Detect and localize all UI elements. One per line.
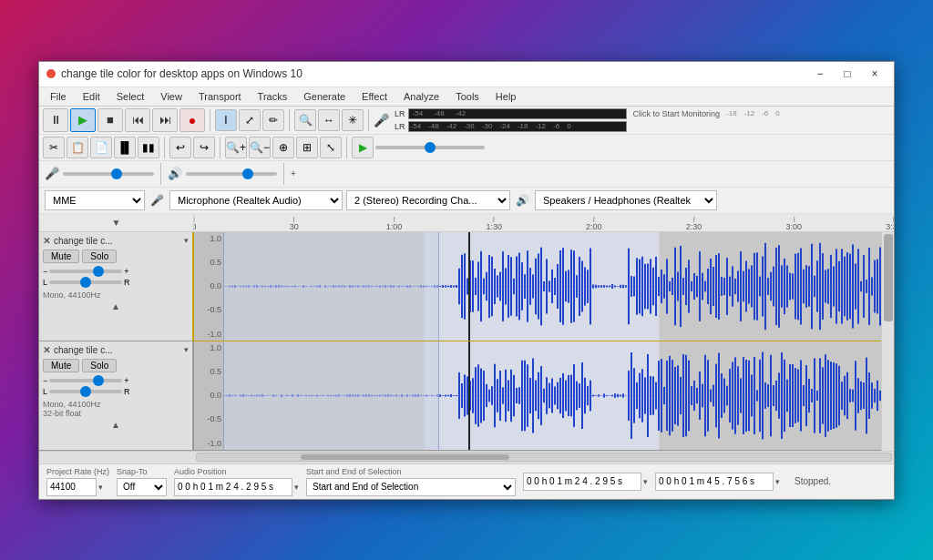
zoom-out-button[interactable]: 🔍− (249, 137, 271, 158)
h-scrollbar-track[interactable] (196, 453, 892, 462)
snap-to-label: Snap-To (117, 467, 167, 476)
h-scrollbar-thumb[interactable] (301, 454, 509, 460)
menu-tools[interactable]: Tools (448, 89, 487, 104)
track-2-gain-slider[interactable] (49, 379, 122, 382)
track-1-gain-plus: + (124, 267, 128, 276)
playback-volume-slider[interactable] (186, 172, 277, 176)
ruler-marker: 3:30 (886, 217, 894, 231)
menu-edit[interactable]: Edit (76, 89, 108, 104)
skip-fwd-button[interactable]: ⏭ (152, 108, 178, 132)
track-2-y-labels: 1.0 0.5 0.0 -0.5 -1.0 (194, 341, 223, 450)
track-2-solo[interactable]: Solo (82, 359, 117, 372)
ruler-spacer: ▼ (39, 214, 194, 231)
skip-back-button[interactable]: ⏮ (125, 108, 150, 132)
menu-help[interactable]: Help (488, 89, 524, 104)
track-1-close[interactable]: ✕ (43, 236, 50, 246)
undo-button[interactable]: ↩ (169, 137, 191, 158)
track-1-solo[interactable]: Solo (82, 249, 117, 263)
horizontal-scrollbar[interactable] (39, 451, 894, 463)
menu-effect[interactable]: Effect (354, 89, 395, 104)
track-2-close[interactable]: ✕ (43, 345, 50, 355)
audio-pos-input[interactable] (174, 478, 292, 496)
record-button[interactable]: ● (179, 108, 205, 132)
ruler-marker: 2:30 (686, 217, 702, 231)
track-1-pan-slider[interactable] (49, 280, 122, 284)
zoom-fit-button[interactable]: ⊞ (296, 137, 318, 158)
mic-gain-slider[interactable] (63, 172, 154, 176)
pause-button[interactable]: ⏸ (43, 108, 68, 132)
track-1-mute[interactable]: Mute (43, 249, 79, 263)
sel-start-arrow[interactable]: ▾ (643, 477, 648, 486)
project-rate-label: Project Rate (Hz) (46, 467, 109, 476)
track-1-info: Mono, 44100Hz (43, 290, 189, 300)
project-rate-arrow[interactable]: ▾ (98, 483, 103, 492)
vertical-scrollbar[interactable] (881, 232, 894, 451)
selection-start-input[interactable] (523, 473, 641, 491)
redo-button[interactable]: ↪ (193, 137, 215, 158)
sel-end-arrow[interactable]: ▾ (775, 477, 780, 486)
sep-slider (160, 163, 161, 185)
menu-view[interactable]: View (153, 89, 190, 104)
title-bar: change tile color for desktop apps on Wi… (39, 62, 894, 87)
cut-button[interactable]: ✂ (43, 137, 65, 158)
close-button[interactable]: × (863, 65, 887, 83)
menu-transport[interactable]: Transport (191, 89, 249, 104)
track-1-buttons: Mute Solo (43, 249, 189, 263)
track-2-pan-row: L R (43, 387, 189, 396)
track-2-mute[interactable]: Mute (43, 359, 79, 372)
track-2-gain-minus: − (43, 376, 47, 385)
audio-pos-arrow[interactable]: ▾ (294, 483, 299, 492)
zoom-in-button[interactable]: 🔍+ (225, 137, 247, 158)
track-1-dropdown[interactable]: ▾ (184, 236, 189, 245)
track-1-collapse[interactable]: ▲ (43, 301, 189, 311)
paste-button[interactable]: 📄 (90, 137, 112, 158)
zoom-sel-button[interactable]: ⊕ (272, 137, 294, 158)
multi-tool[interactable]: ✳ (342, 109, 364, 131)
vol-label: + (291, 168, 296, 178)
vu-tick: -48 (434, 109, 445, 117)
draw-tool[interactable]: ✏ (262, 109, 284, 131)
select-tool[interactable]: I (215, 109, 237, 131)
menu-analyze[interactable]: Analyze (396, 89, 446, 104)
selection-type-select[interactable]: Start and End of Selection (306, 478, 516, 496)
timeline-ruler[interactable]: ▼ 0301:001:302:002:303:003:30 (39, 214, 894, 232)
play-at-speed-button[interactable]: ▶ (352, 137, 374, 158)
tracks-area-wrapper: ▼ 0301:001:302:002:303:003:30 ✕ change t… (39, 214, 894, 463)
track-2-waveform[interactable]: 1.0 0.5 0.0 -0.5 -1.0 (194, 341, 894, 450)
track-1-waveform[interactable]: 1.0 0.5 0.0 -0.5 -1.0 (194, 232, 894, 341)
ruler-marker: 2:00 (586, 217, 602, 231)
interface-select[interactable]: MME (45, 190, 145, 210)
selection-end-input[interactable] (655, 473, 774, 491)
track-2-pan-slider[interactable] (49, 390, 122, 393)
menu-tracks[interactable]: Tracks (251, 89, 295, 104)
click-monitor-text[interactable]: Click to Start Monitoring (633, 109, 721, 118)
menu-file[interactable]: File (43, 89, 74, 104)
menu-select[interactable]: Select (109, 89, 152, 104)
copy-button[interactable]: 📋 (67, 137, 88, 158)
v-scrollbar-thumb[interactable] (884, 234, 893, 321)
title-bar-left: change tile color for desktop apps on Wi… (46, 67, 302, 80)
minimize-button[interactable]: − (808, 65, 832, 83)
speaker-select[interactable]: Speakers / Headphones (Realtek (535, 190, 717, 210)
microphone-select[interactable]: Microphone (Realtek Audio) (169, 190, 343, 210)
track-2-collapse[interactable]: ▲ (43, 420, 189, 430)
zoom-in-tool[interactable]: 🔍 (294, 109, 316, 131)
zoom-fit-v[interactable]: ⤡ (320, 137, 342, 158)
silence-button[interactable]: ▮▮ (138, 137, 159, 158)
trim-button[interactable]: ▐▌ (114, 137, 136, 158)
play-button[interactable]: ▶ (70, 108, 96, 132)
envelope-tool[interactable]: ⤢ (239, 109, 261, 131)
play-speed-slider[interactable] (375, 146, 485, 149)
menu-generate[interactable]: Generate (296, 89, 353, 104)
snap-to-field: Snap-To Off (117, 467, 167, 496)
zoom-out-horizontal[interactable]: ↔ (318, 109, 340, 131)
channels-select[interactable]: 2 (Stereo) Recording Cha... (346, 190, 510, 210)
maximize-button[interactable]: □ (836, 65, 859, 83)
stop-button[interactable]: ■ (97, 108, 123, 132)
track-1: ✕ change tile c... ▾ Mute Solo − + L (39, 232, 894, 341)
project-rate-field: Project Rate (Hz) ▾ (46, 467, 109, 496)
track-2-dropdown[interactable]: ▾ (184, 345, 189, 354)
track-1-gain-slider[interactable] (49, 270, 122, 273)
snap-to-select[interactable]: Off (117, 478, 167, 496)
project-rate-input[interactable] (46, 478, 97, 496)
